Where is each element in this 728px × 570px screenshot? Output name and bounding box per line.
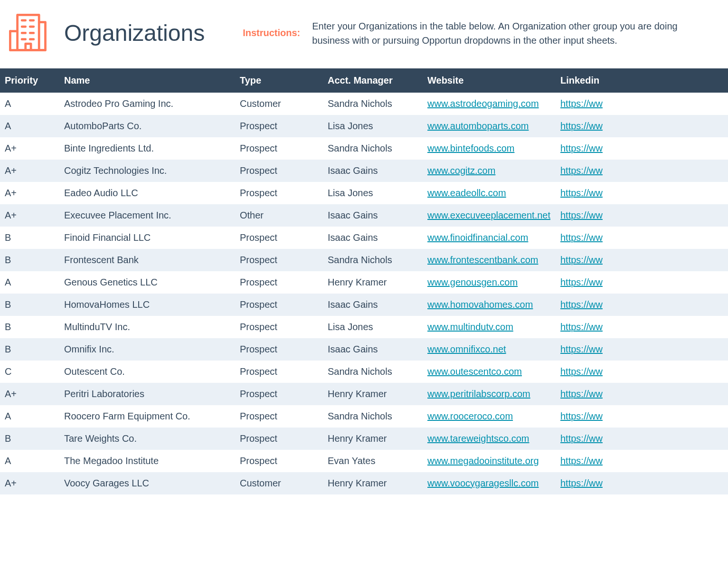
cell-linkedin-link[interactable]: https://ww (560, 389, 603, 399)
cell-linkedin[interactable]: https://ww (556, 472, 728, 494)
cell-linkedin[interactable]: https://ww (556, 93, 728, 115)
col-header-website[interactable]: Website (423, 68, 556, 93)
cell-linkedin[interactable]: https://ww (556, 383, 728, 405)
cell-manager[interactable]: Sandra Nichols (323, 93, 423, 115)
cell-linkedin[interactable]: https://ww (556, 271, 728, 294)
cell-website[interactable]: www.frontescentbank.com (423, 249, 556, 271)
cell-linkedin[interactable]: https://ww (556, 137, 728, 160)
cell-website[interactable]: www.multindutv.com (423, 316, 556, 338)
cell-website-link[interactable]: www.cogitz.com (427, 165, 495, 176)
table-row[interactable]: A+Eadeo Audio LLCProspectLisa Joneswww.e… (0, 182, 728, 204)
table-row[interactable]: A+Binte Ingredients Ltd.ProspectSandra N… (0, 137, 728, 160)
cell-type[interactable]: Prospect (235, 338, 323, 361)
col-header-type[interactable]: Type (235, 68, 323, 93)
cell-website-link[interactable]: www.rooceroco.com (427, 411, 513, 421)
cell-manager[interactable]: Henry Kramer (323, 472, 423, 494)
cell-website-link[interactable]: www.finoidfinancial.com (427, 232, 528, 243)
cell-priority[interactable]: B (0, 428, 59, 450)
cell-priority[interactable]: A+ (0, 383, 59, 405)
cell-manager[interactable]: Sandra Nichols (323, 137, 423, 160)
cell-priority[interactable]: B (0, 338, 59, 361)
cell-linkedin[interactable]: https://ww (556, 361, 728, 383)
cell-name[interactable]: Genous Genetics LLC (59, 271, 235, 294)
cell-linkedin[interactable]: https://ww (556, 115, 728, 137)
cell-website-link[interactable]: www.peritrilabscorp.com (427, 389, 530, 399)
cell-website[interactable]: www.tareweightsco.com (423, 428, 556, 450)
cell-type[interactable]: Prospect (235, 160, 323, 182)
cell-website-link[interactable]: www.astrodeogaming.com (427, 98, 539, 109)
cell-priority[interactable]: C (0, 361, 59, 383)
cell-linkedin-link[interactable]: https://ww (560, 277, 603, 287)
cell-manager[interactable]: Lisa Jones (323, 316, 423, 338)
col-header-manager[interactable]: Acct. Manager (323, 68, 423, 93)
cell-linkedin-link[interactable]: https://ww (560, 366, 603, 377)
table-row[interactable]: BOmnifix Inc.ProspectIsaac Gainswww.omni… (0, 338, 728, 361)
cell-linkedin[interactable]: https://ww (556, 249, 728, 271)
cell-priority[interactable]: B (0, 249, 59, 271)
cell-website-link[interactable]: www.frontescentbank.com (427, 255, 538, 265)
cell-website-link[interactable]: www.tareweightsco.com (427, 433, 529, 444)
cell-linkedin[interactable]: https://ww (556, 316, 728, 338)
cell-type[interactable]: Prospect (235, 182, 323, 204)
cell-type[interactable]: Customer (235, 93, 323, 115)
cell-linkedin-link[interactable]: https://ww (560, 456, 603, 466)
cell-linkedin-link[interactable]: https://ww (560, 411, 603, 421)
cell-website-link[interactable]: www.homovahomes.com (427, 299, 533, 310)
cell-linkedin[interactable]: https://ww (556, 182, 728, 204)
cell-priority[interactable]: A (0, 93, 59, 115)
cell-website[interactable]: www.bintefoods.com (423, 137, 556, 160)
cell-name[interactable]: Outescent Co. (59, 361, 235, 383)
cell-name[interactable]: Voocy Garages LLC (59, 472, 235, 494)
table-row[interactable]: AAutomboParts Co.ProspectLisa Joneswww.a… (0, 115, 728, 137)
cell-website-link[interactable]: www.bintefoods.com (427, 143, 514, 153)
cell-website-link[interactable]: www.omnifixco.net (427, 344, 506, 354)
cell-website[interactable]: www.outescentco.com (423, 361, 556, 383)
cell-name[interactable]: Omnifix Inc. (59, 338, 235, 361)
cell-name[interactable]: Binte Ingredients Ltd. (59, 137, 235, 160)
cell-linkedin-link[interactable]: https://ww (560, 433, 603, 444)
cell-linkedin[interactable]: https://ww (556, 227, 728, 249)
cell-linkedin-link[interactable]: https://ww (560, 299, 603, 310)
cell-linkedin-link[interactable]: https://ww (560, 143, 603, 153)
cell-linkedin-link[interactable]: https://ww (560, 322, 603, 332)
cell-name[interactable]: Tare Weights Co. (59, 428, 235, 450)
table-row[interactable]: AAstrodeo Pro Gaming Inc.CustomerSandra … (0, 93, 728, 115)
cell-manager[interactable]: Isaac Gains (323, 204, 423, 227)
cell-manager[interactable]: Isaac Gains (323, 160, 423, 182)
cell-website-link[interactable]: www.voocygaragesllc.com (427, 478, 539, 488)
cell-website-link[interactable]: www.execuveeplacement.net (427, 210, 550, 220)
cell-manager[interactable]: Henry Kramer (323, 383, 423, 405)
cell-name[interactable]: Execuvee Placement Inc. (59, 204, 235, 227)
cell-name[interactable]: Cogitz Technologies Inc. (59, 160, 235, 182)
cell-priority[interactable]: A (0, 271, 59, 294)
cell-linkedin-link[interactable]: https://ww (560, 165, 603, 176)
table-row[interactable]: BTare Weights Co.ProspectHenry Kramerwww… (0, 428, 728, 450)
cell-priority[interactable]: B (0, 294, 59, 316)
cell-type[interactable]: Prospect (235, 361, 323, 383)
cell-linkedin[interactable]: https://ww (556, 204, 728, 227)
col-header-linkedin[interactable]: Linkedin (556, 68, 728, 93)
table-row[interactable]: AThe Megadoo InstituteProspectEvan Yates… (0, 450, 728, 472)
cell-name[interactable]: Roocero Farm Equipment Co. (59, 405, 235, 428)
cell-linkedin[interactable]: https://ww (556, 294, 728, 316)
table-row[interactable]: A+Voocy Garages LLCCustomerHenry Kramerw… (0, 472, 728, 494)
cell-website[interactable]: www.astrodeogaming.com (423, 93, 556, 115)
cell-website[interactable]: www.automboparts.com (423, 115, 556, 137)
cell-linkedin-link[interactable]: https://ww (560, 255, 603, 265)
cell-website[interactable]: www.homovahomes.com (423, 294, 556, 316)
cell-name[interactable]: Finoid Financial LLC (59, 227, 235, 249)
col-header-priority[interactable]: Priority (0, 68, 59, 93)
cell-manager[interactable]: Isaac Gains (323, 227, 423, 249)
cell-linkedin-link[interactable]: https://ww (560, 121, 603, 131)
cell-website[interactable]: www.megadooinstitute.org (423, 450, 556, 472)
cell-linkedin-link[interactable]: https://ww (560, 98, 603, 109)
cell-linkedin-link[interactable]: https://ww (560, 478, 603, 488)
cell-type[interactable]: Prospect (235, 115, 323, 137)
cell-website[interactable]: www.rooceroco.com (423, 405, 556, 428)
cell-manager[interactable]: Sandra Nichols (323, 405, 423, 428)
cell-type[interactable]: Other (235, 204, 323, 227)
cell-website-link[interactable]: www.multindutv.com (427, 322, 513, 332)
cell-manager[interactable]: Lisa Jones (323, 115, 423, 137)
table-row[interactable]: BFrontescent BankProspectSandra Nicholsw… (0, 249, 728, 271)
cell-linkedin[interactable]: https://ww (556, 428, 728, 450)
